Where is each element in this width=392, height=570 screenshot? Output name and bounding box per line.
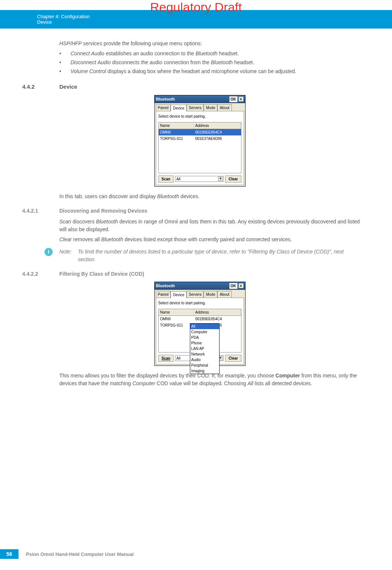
dropdown-option[interactable]: All [190,324,219,329]
tab-device[interactable]: Device [171,105,187,111]
section-number: 4.4.2 [22,83,59,91]
table-row[interactable]: TORPSG-011 001E37AE4D96 [159,135,241,142]
dropdown-option[interactable]: Phone [190,340,219,346]
device-table: Name Address OMNII 001B9EE854C4 TORPSG-0… [158,309,241,353]
bullet-icon: • [59,59,70,66]
scan-button[interactable]: Scan [158,355,174,362]
dialog-title: Bluetooth [156,96,229,102]
col-address: Address [194,309,241,315]
cod-dropdown[interactable]: All Computer PDA Phone LAN AP Network Au… [190,323,220,374]
tab-mode[interactable]: Mode [204,104,217,111]
chapter-line2: Device [37,19,392,25]
clear-button[interactable]: Clear [225,355,241,362]
tab-about[interactable]: About [217,104,231,111]
dropdown-option[interactable]: LAN AP [190,346,219,351]
col-name: Name [159,122,194,129]
tab-device[interactable]: Device [171,291,187,298]
chevron-down-icon: ▼ [218,177,223,181]
subsection-title: Discovering and Removing Devices [59,207,147,215]
list-item: • Disconnect Audio disconnects the audio… [59,59,362,66]
note-label: Note: [59,248,78,263]
chapter-line1: Chapter 4: Configuration [37,14,392,19]
filter-select[interactable]: All ▼ [175,176,224,182]
tab-servers[interactable]: Servers [187,291,204,298]
dropdown-option[interactable]: Imaging [190,368,219,374]
table-row[interactable]: OMNII 001B9EE854C4 [159,129,241,135]
tab-mode[interactable]: Mode [204,291,217,298]
close-icon[interactable]: × [238,283,244,288]
page-footer: 56 Psion Omnii Hand-Held Computer User M… [0,549,134,559]
bullet-icon: • [59,50,70,58]
col-address: Address [194,122,241,129]
table-row[interactable]: OMNII 001B9EE854C4 [159,316,241,322]
section-text: In this tab, users can discover and disp… [59,193,362,200]
body-paragraph: Scan discovers Bluetooth devices in rang… [59,218,362,233]
dialog-hint: Select device to start pairing. [158,300,241,306]
dialog-hint: Select device to start pairing. [158,114,241,119]
info-icon: i [45,248,53,256]
intro-paragraph: HSP/HFP services provide the following u… [59,40,362,48]
dropdown-option[interactable]: PDA [190,335,219,340]
note-text: To limit the number of devices listed to… [78,248,362,263]
body-paragraph: This menu allows you to filter the displ… [59,372,362,387]
list-item: • Connect Audio establishes an audio con… [59,50,362,58]
dialog-title: Bluetooth [156,283,229,289]
body-paragraph: Clear removes all Bluetooth devices list… [59,236,362,243]
subsection-number: 4.4.2.2 [22,270,59,278]
watermark-text: Regulatory Draft [0,0,392,14]
list-item: • Volume Control displays a dialog box w… [59,68,362,75]
device-table: Name Address OMNII 001B9EE854C4 TORPSG-0… [158,122,241,173]
manual-title: Psion Omnii Hand-Held Computer User Manu… [26,551,134,557]
dropdown-option[interactable]: Audio [190,357,219,363]
clear-button[interactable]: Clear [225,176,241,183]
col-name: Name [159,309,194,315]
tab-servers[interactable]: Servers [187,104,204,111]
close-icon[interactable]: × [238,96,244,102]
bluetooth-dialog-1: Bluetooth OK × Paired Device Servers Mod… [154,95,246,187]
dropdown-option[interactable]: Network [190,351,219,357]
scan-button[interactable]: Scan [158,176,174,183]
tab-paired[interactable]: Paired [156,291,171,298]
bullet-list: • Connect Audio establishes an audio con… [59,50,362,75]
ok-button[interactable]: OK [229,96,238,102]
subsection-title: Filtering By Class of Device (COD) [59,270,144,278]
ok-button[interactable]: OK [229,283,238,289]
tab-about[interactable]: About [217,291,231,298]
dropdown-option[interactable]: Peripheral [190,363,219,368]
bluetooth-dialog-2: Bluetooth OK × Paired Device Servers Mod… [154,282,246,366]
dropdown-option[interactable]: Computer [190,329,219,335]
note-block: i Note: To limit the number of devices l… [45,248,362,263]
bullet-icon: • [59,68,70,75]
subsection-number: 4.4.2.1 [22,207,59,215]
page-number: 56 [0,549,19,559]
tab-paired[interactable]: Paired [156,104,171,111]
section-title: Device [59,83,77,91]
